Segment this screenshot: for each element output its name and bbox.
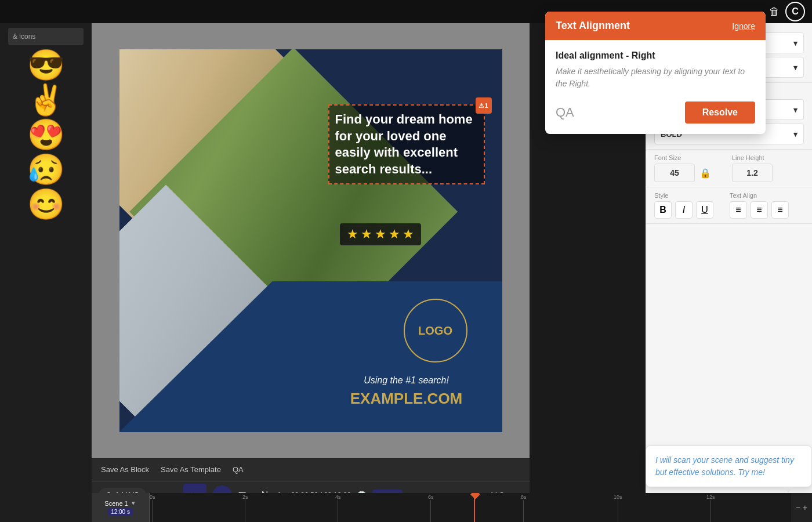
underline-button[interactable]: U	[696, 201, 713, 219]
save-as-block-button[interactable]: Save As Block	[101, 465, 149, 474]
tick-8s: 8s	[521, 493, 527, 522]
popup-description: Make it aesthetically pleasing by aligni…	[556, 66, 755, 90]
style-align-row: Style B I U Text Align ≡	[654, 192, 804, 219]
canvas-inner[interactable]: ⚠1 Find your dream home for your loved o…	[119, 49, 502, 432]
popup-title: Text Alignment	[556, 20, 630, 32]
align-left-button[interactable]: ≡	[730, 201, 747, 219]
style-label: Style	[654, 192, 713, 199]
star-3: ★	[375, 227, 386, 242]
bottom-text-subline: Using the #1 search!	[311, 375, 502, 386]
emoji-sidebar: & icons 😎 ✌️ 😍 😥 😊	[0, 23, 92, 522]
line-height-input[interactable]: 1.2	[732, 164, 773, 182]
playhead	[474, 493, 475, 522]
align-right-button[interactable]: ≡	[771, 201, 789, 219]
scene-name: Scene 1	[104, 500, 128, 507]
style-buttons: B I U	[654, 201, 713, 219]
italic-button[interactable]: I	[675, 201, 693, 219]
emoji-peace[interactable]: ✌️	[27, 85, 65, 115]
trash-icon[interactable]: 🗑	[769, 6, 780, 18]
line-height-label: Line Height	[732, 154, 804, 161]
emoji-sad[interactable]: 😥	[27, 154, 65, 184]
tick-12s: 12s	[706, 493, 715, 522]
tick-2s: 2s	[242, 493, 248, 522]
text-alignment-popup: Text Alignment Ignore Ideal alignment - …	[545, 12, 766, 134]
popup-ignore-button[interactable]: Ignore	[732, 21, 755, 31]
tick-4s: 4s	[335, 493, 341, 522]
popup-qa-label: QA	[556, 105, 574, 120]
main-text: Find your dream home for your loved one …	[335, 111, 478, 177]
italic-icon: I	[683, 205, 685, 215]
stars-row: ★ ★ ★ ★ ★	[340, 223, 421, 245]
ai-tooltip-text: I will scan your scene and suggest tiny …	[655, 455, 794, 477]
align-center-button[interactable]: ≡	[751, 201, 768, 219]
chevron-down-icon: ▾	[793, 39, 798, 48]
playhead-diamond	[470, 493, 480, 499]
text-align-group: Text Align ≡ ≡ ≡	[730, 192, 789, 219]
bottom-text-url: EXAMPLE.COM	[311, 390, 502, 408]
popup-header: Text Alignment Ignore	[545, 12, 766, 40]
popup-actions: QA Resolve	[556, 102, 755, 124]
align-right-icon: ≡	[777, 205, 782, 215]
popup-body: Ideal alignment - Right Make it aestheti…	[545, 40, 766, 134]
emoji-heart-eyes[interactable]: 😍	[27, 119, 65, 150]
emoji-smile[interactable]: 😊	[27, 189, 65, 219]
align-left-icon: ≡	[735, 205, 741, 215]
lock-icon: 🔒	[699, 168, 711, 179]
font-size-label: Font Size	[654, 154, 726, 161]
canvas-toolbar: Save As Block Save As Template QA	[92, 458, 530, 481]
scene-duration-badge: 12:00 s	[108, 508, 133, 516]
text-box[interactable]: ⚠1 Find your dream home for your loved o…	[328, 104, 485, 184]
style-group: Style B I U	[654, 192, 713, 219]
tick-10s: 10s	[614, 493, 622, 522]
style-align-section: Style B I U Text Align ≡	[646, 187, 812, 224]
bold-button[interactable]: B	[654, 201, 672, 219]
popup-subtitle: Ideal alignment - Right	[556, 50, 755, 61]
font-size-col: Font Size 45 🔒	[654, 154, 726, 182]
chevron-down-icon-4: ▾	[793, 130, 798, 139]
save-as-template-button[interactable]: Save As Template	[161, 465, 221, 474]
bold-icon: B	[659, 205, 666, 215]
warning-badge: ⚠1	[476, 97, 492, 114]
emoji-sunglasses[interactable]: 😎	[27, 50, 65, 80]
timeline-bar: Scene 1 ▼ 12:00 s 0s 2s 4s 6s 8s	[92, 493, 812, 522]
line-height-col: Line Height 1.2	[732, 154, 804, 182]
emoji-search-bar[interactable]: & icons	[8, 28, 84, 45]
ai-tooltip: I will scan your scene and suggest tiny …	[646, 445, 812, 487]
resolve-button[interactable]: Resolve	[685, 102, 755, 124]
font-size-input[interactable]: 45	[654, 164, 695, 182]
scene-label: Scene 1 ▼ 12:00 s	[92, 493, 150, 522]
text-align-label: Text Align	[730, 192, 789, 199]
star-5: ★	[403, 227, 414, 242]
zoom-in-icon[interactable]: +	[803, 503, 807, 512]
scene-chevron-icon[interactable]: ▼	[130, 500, 136, 506]
chevron-down-icon-2: ▾	[793, 63, 798, 72]
zoom-controls: − +	[791, 503, 812, 512]
font-size-line-height-row: Font Size 45 🔒 Line Height 1.2	[654, 154, 804, 182]
align-buttons: ≡ ≡ ≡	[730, 201, 789, 219]
timeline-track[interactable]: 0s 2s 4s 6s 8s 10s 12s	[150, 493, 791, 522]
star-2: ★	[361, 227, 372, 242]
canvas-area: ⚠1 Find your dream home for your loved o…	[92, 23, 530, 458]
star-4: ★	[389, 227, 400, 242]
tick-0s: 0s	[150, 493, 155, 522]
zoom-out-icon[interactable]: −	[796, 503, 800, 512]
search-label: & icons	[13, 32, 35, 41]
font-size-section: Font Size 45 🔒 Line Height 1.2	[646, 150, 812, 187]
qa-label[interactable]: QA	[233, 465, 244, 474]
chevron-down-icon-3: ▾	[793, 106, 798, 114]
align-center-icon: ≡	[756, 205, 762, 215]
logo-circle: LOGO	[404, 299, 467, 362]
user-avatar[interactable]: C	[785, 2, 805, 21]
tick-6s: 6s	[428, 493, 434, 522]
font-size-row: 45 🔒	[654, 164, 726, 182]
star-1: ★	[347, 227, 358, 242]
underline-icon: U	[701, 205, 708, 215]
